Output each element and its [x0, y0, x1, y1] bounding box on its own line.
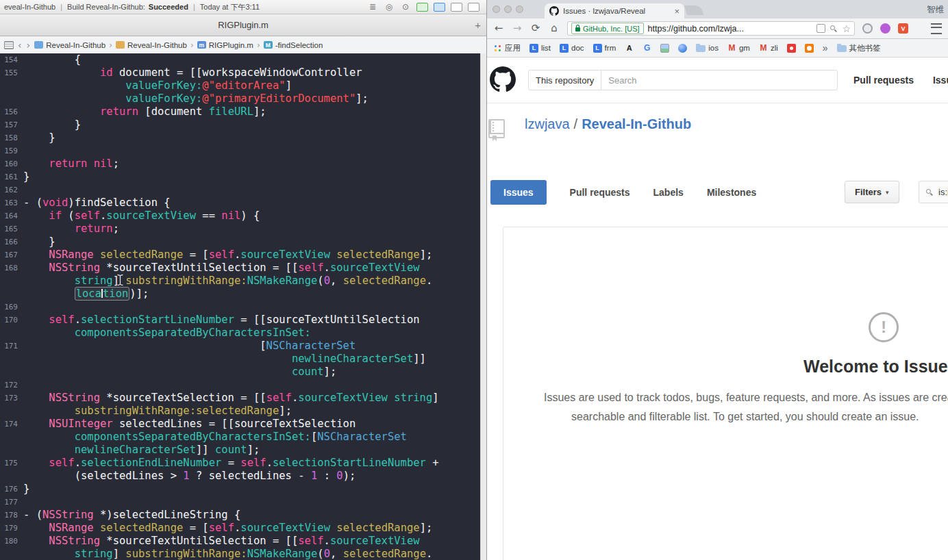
repo-name-link[interactable]: Reveal-In-Github — [582, 116, 691, 131]
traffic-light-zoom-icon[interactable] — [516, 5, 523, 13]
reload-button-icon[interactable]: ⟳ — [530, 23, 541, 34]
code-line[interactable]: 168 NSString *sourceTextUntilSelection =… — [0, 262, 486, 275]
home-button-icon[interactable]: ⌂ — [549, 23, 560, 34]
profile-name[interactable]: 智维 — [927, 4, 944, 16]
code-line[interactable]: location)]; — [0, 288, 486, 301]
code-line[interactable]: 170 self.selectionStartLineNumber = [[so… — [0, 314, 486, 327]
bookmark-item[interactable]: 其他书签 — [837, 43, 881, 53]
code-line[interactable]: (selectedLines > 1 ? selectedLines - 1 :… — [0, 470, 486, 483]
activity-circle-icon[interactable]: ◎ — [384, 2, 395, 12]
traffic-light-close-icon[interactable] — [492, 5, 500, 13]
subnav-tab-pull-requests[interactable]: Pull requests — [570, 187, 630, 198]
header-link-pull-requests[interactable]: Pull requests — [853, 75, 914, 86]
code-line[interactable]: 175 self.selectionEndLineNumber = self.s… — [0, 457, 486, 470]
back-chevron-icon[interactable]: ‹ — [18, 40, 22, 50]
add-tab-button[interactable]: + — [475, 14, 481, 36]
bookmark-item[interactable]: G — [643, 44, 651, 53]
code-line[interactable]: 155 id document = [[workspaceWindowContr… — [0, 66, 486, 79]
github-search-box[interactable]: This repository Search — [528, 70, 838, 90]
breadcrumb-item[interactable]: mRIGPlugin.m — [197, 41, 253, 49]
code-line[interactable]: 163- (void)findSelection { — [0, 196, 486, 209]
code-line[interactable]: 177 — [0, 496, 486, 509]
code-line[interactable]: string] substringWithRange:NSMakeRange(0… — [0, 275, 486, 288]
bookmark-item[interactable]: Mzli — [759, 44, 778, 53]
breadcrumb-item[interactable]: Reveal-In-Github — [34, 41, 105, 49]
code-line[interactable]: 171 [NSCharacterSet — [0, 340, 486, 353]
code-line[interactable]: count]; — [0, 366, 486, 379]
filters-button[interactable]: Filters ▾ — [845, 181, 899, 203]
bookmark-item[interactable] — [660, 44, 669, 53]
code-line[interactable]: 167 NSRange selectedRange = [self.source… — [0, 249, 486, 262]
code-line[interactable]: 173 NSString *sourceTextSelection = [[se… — [0, 392, 486, 405]
code-line[interactable]: 154 { — [0, 53, 486, 66]
code-line[interactable]: 178- (NSString *)selectedLineString { — [0, 509, 486, 522]
code-line[interactable]: valueForKey:@"primaryEditorDocument"]; — [0, 92, 486, 105]
code-line[interactable]: 176} — [0, 483, 486, 496]
interface-builder-button[interactable] — [416, 3, 428, 12]
bookmark-item[interactable]: Mgm — [727, 44, 750, 53]
bookmark-item[interactable]: A — [625, 44, 634, 53]
bookmark-item[interactable]: ios — [696, 44, 719, 52]
bookmark-item[interactable] — [805, 44, 814, 53]
code-line[interactable]: string] substringWithRange:NSMakeRange(0… — [0, 548, 486, 560]
code-line[interactable]: 159 — [0, 144, 486, 157]
code-line[interactable]: 166 } — [0, 236, 486, 249]
related-items-icon[interactable] — [4, 41, 14, 49]
code-line[interactable]: 161} — [0, 170, 486, 183]
subnav-tab-milestones[interactable]: Milestones — [707, 187, 756, 198]
extension-icon-gray[interactable] — [862, 23, 873, 34]
assistant-editor-button[interactable] — [451, 3, 462, 12]
code-line[interactable]: 172 — [0, 379, 486, 392]
code-line[interactable]: substringWithRange:selectedRange]; — [0, 405, 486, 418]
code-line[interactable]: valueForKey:@"editorArea"] — [0, 79, 486, 92]
bookmarks-overflow-chevron[interactable]: » — [823, 42, 828, 53]
bookmark-item[interactable]: Llist — [529, 44, 551, 53]
editor-tab-title[interactable]: RIGPlugin.m — [218, 20, 269, 30]
traffic-light-minimize-icon[interactable] — [504, 5, 512, 13]
github-logo[interactable] — [490, 66, 516, 92]
completion-placeholder-token[interactable]: location — [75, 287, 130, 301]
new-tab-button[interactable] — [684, 5, 704, 15]
editor-scrollbar-track[interactable] — [480, 53, 486, 560]
bookmark-item[interactable] — [678, 44, 687, 53]
standard-editor-button[interactable] — [434, 3, 445, 12]
bookmark-item[interactable]: Lfrm — [593, 44, 616, 53]
back-button-icon[interactable]: ← — [493, 23, 504, 34]
target-circle-icon[interactable]: ⊙ — [400, 2, 411, 12]
extension-icon-v[interactable]: V — [898, 23, 908, 34]
subnav-tab-labels[interactable]: Labels — [653, 187, 684, 198]
code-line[interactable]: componentsSeparatedByCharactersInSet:[NS… — [0, 431, 486, 444]
subnav-tab-issues[interactable]: Issues — [490, 180, 547, 205]
bookmark-item[interactable]: 应用 — [493, 43, 521, 53]
code-line[interactable]: 162 — [0, 183, 486, 196]
list-icon[interactable]: ≣ — [367, 2, 378, 12]
code-line[interactable]: newlineCharacterSet]] count]; — [0, 444, 486, 457]
breadcrumb-item[interactable]: Reveal-In-Github — [116, 41, 187, 49]
forward-button-icon[interactable]: → — [512, 23, 523, 34]
code-line[interactable]: componentsSeparatedByCharactersInSet: — [0, 327, 486, 340]
code-line[interactable]: 160 return nil; — [0, 157, 486, 170]
header-link-issues[interactable]: Issues — [933, 75, 948, 86]
code-line[interactable]: 180 NSString *sourceTextUntilSelection =… — [0, 535, 486, 548]
browser-tab[interactable]: Issues · lzwjava/Reveal × — [545, 3, 684, 18]
ev-certificate-badge[interactable]: GitHub, Inc. [US] — [571, 23, 644, 34]
address-bar[interactable]: GitHub, Inc. [US] https://github.com/lzw… — [567, 21, 855, 36]
repo-owner-link[interactable]: lzwjava — [525, 116, 570, 131]
code-editor[interactable]: 154 {155 id document = [[workspaceWindow… — [0, 53, 486, 560]
breadcrumb-item[interactable]: M-findSelection — [264, 41, 323, 49]
code-line[interactable]: 158 } — [0, 131, 486, 144]
bookmark-star-icon[interactable]: ☆ — [842, 24, 851, 34]
code-line[interactable]: 179 NSRange selectedRange = [self.source… — [0, 522, 486, 535]
code-line[interactable]: newlineCharacterSet]] — [0, 353, 486, 366]
extension-icon-purple[interactable] — [880, 23, 890, 34]
search-icon[interactable] — [830, 25, 838, 33]
code-line[interactable]: 174 NSUInteger selectedLines = [[sourceT… — [0, 418, 486, 431]
issues-search-input[interactable]: is:i — [919, 181, 948, 203]
chrome-menu-icon[interactable] — [931, 23, 942, 34]
code-line[interactable]: 164 if (self.sourceTextView == nil) { — [0, 209, 486, 222]
tab-close-icon[interactable]: × — [674, 6, 679, 16]
code-line[interactable]: 169 — [0, 301, 486, 314]
code-line[interactable]: 156 return [document fileURL]; — [0, 105, 486, 118]
bookmark-item[interactable]: Ldoc — [560, 44, 584, 53]
code-line[interactable]: 165 return; — [0, 222, 486, 236]
